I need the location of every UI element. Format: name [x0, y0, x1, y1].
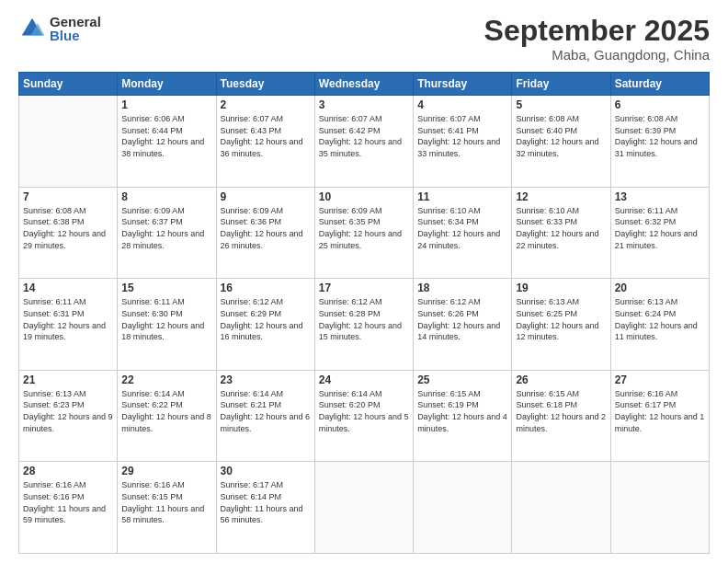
day-number: 20 — [615, 282, 705, 294]
day-info: Sunrise: 6:14 AM Sunset: 6:20 PM Dayligh… — [319, 388, 409, 434]
day-number: 1 — [121, 98, 211, 111]
weekday-header-saturday: Saturday — [610, 73, 709, 96]
day-info: Sunrise: 6:11 AM Sunset: 6:32 PM Dayligh… — [615, 205, 705, 251]
calendar-cell: 4Sunrise: 6:07 AM Sunset: 6:41 PM Daylig… — [414, 96, 512, 188]
day-number: 8 — [121, 190, 211, 203]
week-row-2: 7Sunrise: 6:08 AM Sunset: 6:38 PM Daylig… — [19, 187, 710, 279]
calendar-cell: 28Sunrise: 6:16 AM Sunset: 6:16 PM Dayli… — [19, 462, 118, 554]
calendar-cell: 8Sunrise: 6:09 AM Sunset: 6:37 PM Daylig… — [118, 187, 216, 279]
calendar-cell: 20Sunrise: 6:13 AM Sunset: 6:24 PM Dayli… — [610, 279, 709, 371]
weekday-row: SundayMondayTuesdayWednesdayThursdayFrid… — [19, 73, 710, 96]
day-number: 19 — [516, 282, 606, 294]
day-number: 25 — [417, 373, 507, 386]
day-info: Sunrise: 6:07 AM Sunset: 6:42 PM Dayligh… — [319, 113, 409, 159]
day-info: Sunrise: 6:09 AM Sunset: 6:36 PM Dayligh… — [221, 205, 311, 251]
day-number: 4 — [417, 98, 507, 111]
day-info: Sunrise: 6:08 AM Sunset: 6:38 PM Dayligh… — [23, 205, 113, 251]
calendar-cell: 29Sunrise: 6:16 AM Sunset: 6:15 PM Dayli… — [118, 462, 216, 554]
week-row-4: 21Sunrise: 6:13 AM Sunset: 6:23 PM Dayli… — [19, 370, 710, 462]
day-number: 30 — [221, 465, 311, 477]
calendar-cell — [19, 96, 118, 188]
calendar-cell: 14Sunrise: 6:11 AM Sunset: 6:31 PM Dayli… — [19, 279, 118, 371]
day-number: 23 — [221, 373, 311, 386]
day-number: 16 — [221, 282, 311, 294]
day-number: 13 — [615, 190, 705, 203]
day-info: Sunrise: 6:11 AM Sunset: 6:31 PM Dayligh… — [23, 296, 113, 342]
day-info: Sunrise: 6:07 AM Sunset: 6:43 PM Dayligh… — [221, 113, 311, 159]
day-number: 28 — [23, 465, 113, 477]
calendar-cell: 17Sunrise: 6:12 AM Sunset: 6:28 PM Dayli… — [314, 279, 413, 371]
day-info: Sunrise: 6:12 AM Sunset: 6:26 PM Dayligh… — [417, 296, 507, 342]
day-info: Sunrise: 6:10 AM Sunset: 6:33 PM Dayligh… — [516, 205, 606, 251]
day-info: Sunrise: 6:06 AM Sunset: 6:44 PM Dayligh… — [121, 113, 211, 159]
logo-blue: Blue — [50, 29, 101, 42]
calendar-cell: 23Sunrise: 6:14 AM Sunset: 6:21 PM Dayli… — [216, 370, 314, 462]
week-row-5: 28Sunrise: 6:16 AM Sunset: 6:16 PM Dayli… — [19, 462, 710, 554]
calendar-cell: 22Sunrise: 6:14 AM Sunset: 6:22 PM Dayli… — [118, 370, 216, 462]
day-number: 5 — [516, 98, 606, 111]
calendar-cell: 2Sunrise: 6:07 AM Sunset: 6:43 PM Daylig… — [216, 96, 314, 188]
day-info: Sunrise: 6:14 AM Sunset: 6:22 PM Dayligh… — [121, 388, 211, 434]
day-number: 26 — [516, 373, 606, 386]
calendar-cell: 9Sunrise: 6:09 AM Sunset: 6:36 PM Daylig… — [216, 187, 314, 279]
day-info: Sunrise: 6:15 AM Sunset: 6:18 PM Dayligh… — [516, 388, 606, 434]
day-number: 7 — [23, 190, 113, 203]
logo-icon — [18, 15, 46, 42]
day-number: 9 — [221, 190, 311, 203]
day-info: Sunrise: 6:10 AM Sunset: 6:34 PM Dayligh… — [417, 205, 507, 251]
calendar-cell — [610, 462, 709, 554]
calendar-cell: 15Sunrise: 6:11 AM Sunset: 6:30 PM Dayli… — [118, 279, 216, 371]
calendar-cell: 5Sunrise: 6:08 AM Sunset: 6:40 PM Daylig… — [512, 96, 610, 188]
logo-text: General Blue — [50, 15, 101, 42]
calendar-cell: 18Sunrise: 6:12 AM Sunset: 6:26 PM Dayli… — [414, 279, 512, 371]
day-number: 29 — [121, 465, 211, 477]
logo: General Blue — [18, 15, 101, 42]
calendar-cell — [512, 462, 610, 554]
day-number: 3 — [319, 98, 409, 111]
day-info: Sunrise: 6:13 AM Sunset: 6:24 PM Dayligh… — [615, 296, 705, 342]
calendar-cell: 27Sunrise: 6:16 AM Sunset: 6:17 PM Dayli… — [610, 370, 709, 462]
weekday-header-sunday: Sunday — [19, 73, 118, 96]
calendar-cell: 19Sunrise: 6:13 AM Sunset: 6:25 PM Dayli… — [512, 279, 610, 371]
calendar-body: 1Sunrise: 6:06 AM Sunset: 6:44 PM Daylig… — [19, 96, 710, 554]
day-number: 22 — [121, 373, 211, 386]
month-title: September 2025 — [484, 15, 710, 47]
calendar-cell: 24Sunrise: 6:14 AM Sunset: 6:20 PM Dayli… — [314, 370, 413, 462]
day-info: Sunrise: 6:12 AM Sunset: 6:29 PM Dayligh… — [221, 296, 311, 342]
day-number: 11 — [417, 190, 507, 203]
day-number: 15 — [121, 282, 211, 294]
calendar-cell: 21Sunrise: 6:13 AM Sunset: 6:23 PM Dayli… — [19, 370, 118, 462]
day-number: 24 — [319, 373, 409, 386]
day-number: 14 — [23, 282, 113, 294]
logo-general: General — [50, 15, 101, 29]
calendar-cell — [414, 462, 512, 554]
day-info: Sunrise: 6:07 AM Sunset: 6:41 PM Dayligh… — [417, 113, 507, 159]
calendar-cell: 10Sunrise: 6:09 AM Sunset: 6:35 PM Dayli… — [314, 187, 413, 279]
day-info: Sunrise: 6:08 AM Sunset: 6:40 PM Dayligh… — [516, 113, 606, 159]
calendar-cell: 6Sunrise: 6:08 AM Sunset: 6:39 PM Daylig… — [610, 96, 709, 188]
title-block: September 2025 Maba, Guangdong, China — [484, 15, 710, 63]
day-info: Sunrise: 6:08 AM Sunset: 6:39 PM Dayligh… — [615, 113, 705, 159]
week-row-3: 14Sunrise: 6:11 AM Sunset: 6:31 PM Dayli… — [19, 279, 710, 371]
calendar-cell: 30Sunrise: 6:17 AM Sunset: 6:14 PM Dayli… — [216, 462, 314, 554]
location-subtitle: Maba, Guangdong, China — [484, 47, 710, 63]
weekday-header-friday: Friday — [512, 73, 610, 96]
calendar-cell: 25Sunrise: 6:15 AM Sunset: 6:19 PM Dayli… — [414, 370, 512, 462]
calendar-cell: 11Sunrise: 6:10 AM Sunset: 6:34 PM Dayli… — [414, 187, 512, 279]
day-info: Sunrise: 6:15 AM Sunset: 6:19 PM Dayligh… — [417, 388, 507, 434]
day-info: Sunrise: 6:13 AM Sunset: 6:25 PM Dayligh… — [516, 296, 606, 342]
weekday-header-thursday: Thursday — [414, 73, 512, 96]
day-info: Sunrise: 6:16 AM Sunset: 6:16 PM Dayligh… — [23, 479, 113, 525]
calendar-cell: 26Sunrise: 6:15 AM Sunset: 6:18 PM Dayli… — [512, 370, 610, 462]
calendar-cell — [314, 462, 413, 554]
calendar-cell: 16Sunrise: 6:12 AM Sunset: 6:29 PM Dayli… — [216, 279, 314, 371]
day-number: 10 — [319, 190, 409, 203]
calendar-cell: 1Sunrise: 6:06 AM Sunset: 6:44 PM Daylig… — [118, 96, 216, 188]
day-info: Sunrise: 6:09 AM Sunset: 6:35 PM Dayligh… — [319, 205, 409, 251]
day-number: 21 — [23, 373, 113, 386]
day-number: 6 — [615, 98, 705, 111]
day-number: 27 — [615, 373, 705, 386]
day-info: Sunrise: 6:17 AM Sunset: 6:14 PM Dayligh… — [221, 479, 311, 525]
weekday-header-wednesday: Wednesday — [314, 73, 413, 96]
day-number: 2 — [221, 98, 311, 111]
